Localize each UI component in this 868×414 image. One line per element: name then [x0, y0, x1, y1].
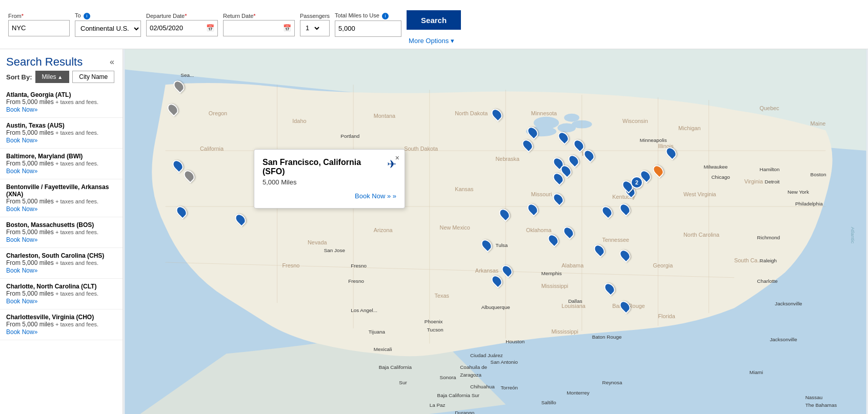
map-marker-louisville[interactable]	[554, 172, 563, 184]
svg-text:La Paz: La Paz	[430, 402, 446, 408]
svg-text:Boston: Boston	[811, 172, 826, 177]
result-book-link[interactable]: Book Now»	[6, 205, 37, 213]
map-marker-atlanta[interactable]	[564, 226, 573, 238]
search-actions: Search More Options	[407, 4, 461, 45]
svg-text:North Carolina: North Carolina	[683, 232, 720, 238]
svg-text:Milwaukee: Milwaukee	[704, 164, 728, 170]
svg-text:Hamilton: Hamilton	[760, 167, 780, 172]
collapse-button[interactable]: «	[108, 55, 116, 69]
result-book-link[interactable]: Book Now»	[6, 137, 37, 144]
svg-text:Nassau: Nassau	[805, 395, 823, 400]
result-book-link[interactable]: Book Now»	[6, 298, 37, 305]
map-marker-boston[interactable]	[667, 147, 676, 159]
result-item: Atlanta, Georgia (ATL) From 5,000 miles …	[0, 87, 123, 118]
sort-miles-button[interactable]: Miles	[35, 71, 70, 83]
from-input[interactable]	[8, 20, 70, 36]
to-info-icon[interactable]: i	[84, 13, 90, 19]
map-marker-seattle[interactable]	[174, 80, 184, 92]
result-item: Austin, Texas (AUS) From 5,000 miles + t…	[0, 118, 123, 149]
map-marker-milwaukee[interactable]	[528, 126, 537, 138]
svg-text:Fresno: Fresno	[348, 278, 364, 284]
search-button[interactable]: Search	[407, 10, 461, 30]
map-marker-houston[interactable]	[502, 264, 512, 277]
map-marker-orlando[interactable]	[605, 282, 614, 295]
miles-info-icon[interactable]: i	[382, 13, 389, 19]
miles-field-group: Total Miles to Use i	[335, 12, 401, 37]
result-taxes: + taxes and fees.	[55, 260, 98, 266]
more-options-link[interactable]: More Options	[409, 37, 454, 45]
departure-date-input[interactable]	[147, 20, 203, 36]
miles-input[interactable]	[335, 20, 401, 37]
map-marker-detroit[interactable]	[559, 131, 568, 143]
popup-book-link[interactable]: Book Now »	[263, 192, 396, 200]
map-marker-sanantonio[interactable]	[492, 275, 501, 287]
return-date-wrapper: 📅	[223, 20, 295, 36]
map-marker-nashville[interactable]	[554, 193, 563, 205]
map-marker-jacksonville[interactable]	[620, 249, 630, 261]
result-book-link[interactable]: Book Now»	[6, 328, 37, 336]
departure-label: Departure Date*	[146, 13, 218, 19]
result-taxes: + taxes and fees.	[55, 130, 98, 136]
passengers-select[interactable]: 1 2 3 4	[300, 20, 321, 36]
svg-text:Dallas: Dallas	[568, 298, 582, 304]
popup-close-button[interactable]: ×	[395, 154, 399, 162]
svg-text:South Ca...: South Ca...	[734, 257, 762, 263]
svg-text:Nevada: Nevada	[308, 239, 327, 245]
result-book-link[interactable]: Book Now»	[6, 168, 37, 175]
return-calendar-icon[interactable]: 📅	[280, 24, 294, 32]
departure-field-group: Departure Date* 📅	[146, 13, 218, 36]
result-miles: From 5,000 miles + taxes and fees.	[6, 321, 116, 328]
map-marker-raleigh[interactable]	[620, 203, 630, 215]
map-marker-portland[interactable]	[168, 103, 177, 115]
svg-text:Texas: Texas	[435, 293, 450, 299]
return-date-input[interactable]	[224, 20, 280, 36]
svg-text:Los Angel...: Los Angel...	[351, 307, 377, 313]
popup-header: San Francisco, California (SFO) ✈	[263, 158, 396, 176]
map-marker-newyork[interactable]	[654, 164, 663, 177]
result-taxes: + taxes and fees.	[55, 198, 98, 204]
map-marker-dallas[interactable]	[482, 239, 491, 251]
map-marker-memphis[interactable]	[528, 203, 537, 215]
map-marker-phoenix[interactable]	[236, 213, 245, 225]
passengers-label: Passengers	[300, 13, 330, 19]
sort-city-button[interactable]: City Name	[72, 71, 114, 83]
map-area: Oregon California Idaho Montana North Da…	[123, 49, 868, 414]
svg-text:Memphis: Memphis	[541, 271, 562, 276]
sort-label: Sort By:	[6, 73, 32, 81]
result-city: Baltimore, Maryland (BWI)	[6, 153, 116, 160]
map-marker-tulsa[interactable]	[500, 208, 509, 220]
departure-calendar-icon[interactable]: 📅	[203, 24, 217, 32]
svg-text:Sonora: Sonora	[440, 375, 456, 380]
map-marker-chicago[interactable]	[523, 139, 532, 151]
map-marker-cleveland[interactable]	[574, 139, 583, 151]
svg-text:Tennessee: Tennessee	[602, 237, 630, 243]
map-marker-cluster2[interactable]: 2	[631, 176, 643, 189]
svg-text:Kansas: Kansas	[455, 186, 474, 192]
result-taxes: + taxes and fees.	[55, 321, 98, 327]
svg-text:San Antonio: San Antonio	[491, 359, 518, 365]
result-city: Boston, Massachusetts (BOS)	[6, 221, 116, 229]
map-marker-sfo[interactable]	[173, 159, 183, 172]
result-book-link[interactable]: Book Now»	[6, 236, 37, 243]
to-select[interactable]: Continental U.S. Hawaii Puerto Rico	[75, 21, 140, 36]
map-marker-charlotte[interactable]	[602, 205, 612, 218]
result-miles: From 5,000 miles + taxes and fees.	[6, 290, 116, 297]
map-marker-minneapolis[interactable]	[492, 108, 501, 120]
map-marker-savannah[interactable]	[595, 244, 604, 256]
map-marker-los-angeles[interactable]	[177, 205, 186, 218]
svg-text:Coahuila de: Coahuila de	[460, 364, 487, 370]
svg-text:Michigan: Michigan	[678, 125, 701, 131]
to-field-group: To i Continental U.S. Hawaii Puerto Rico	[75, 12, 141, 37]
map-marker-pittsburgh[interactable]	[584, 149, 594, 161]
result-city: Charlotte, North Carolina (CLT)	[6, 283, 116, 290]
svg-text:Missouri: Missouri	[531, 191, 552, 197]
result-book-link[interactable]: Book Now»	[6, 106, 37, 113]
map-marker-miami[interactable]	[620, 300, 630, 313]
result-book-link[interactable]: Book Now»	[6, 267, 37, 274]
svg-text:Florida: Florida	[658, 313, 675, 319]
svg-text:Zaragoza: Zaragoza	[460, 372, 481, 378]
result-miles: From 5,000 miles + taxes and fees.	[6, 259, 116, 266]
svg-text:Detroit: Detroit	[764, 179, 779, 184]
map-marker-jackson[interactable]	[549, 234, 558, 246]
map-marker-sfo2[interactable]	[185, 170, 194, 182]
